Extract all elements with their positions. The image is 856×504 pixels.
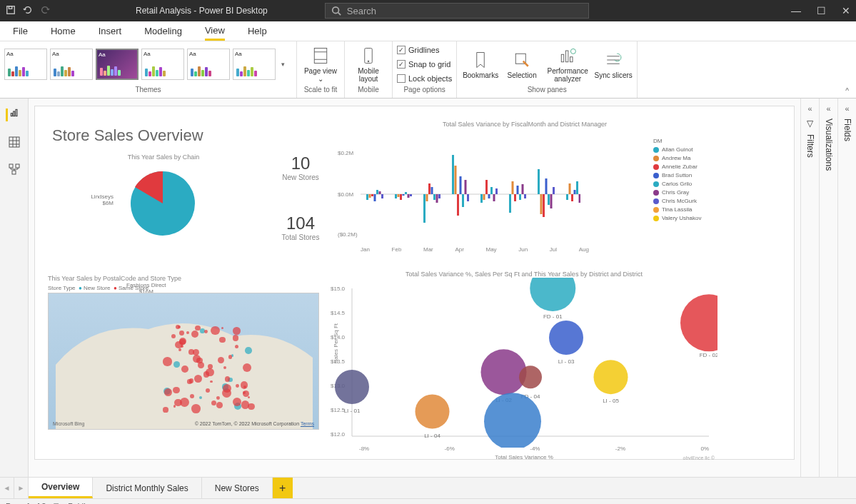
page-view-button[interactable]: Page view ⌄ — [301, 46, 340, 83]
data-view-button[interactable] — [8, 136, 21, 148]
fields-pane[interactable]: «Fields — [837, 99, 856, 477]
svg-rect-76 — [576, 181, 578, 194]
svg-rect-35 — [408, 194, 410, 198]
svg-rect-55 — [490, 187, 493, 194]
map-visual[interactable]: This Year Sales by PostalCode and Store … — [44, 275, 325, 449]
close-button[interactable]: ✕ — [842, 5, 850, 16]
svg-rect-59 — [512, 181, 514, 194]
svg-rect-17 — [12, 171, 16, 174]
bookmarks-button[interactable]: Bookmarks — [461, 50, 500, 79]
svg-rect-69 — [548, 194, 550, 205]
svg-text:Sales Per Sq Ft: Sales Per Sq Ft — [333, 323, 339, 363]
menu-modeling[interactable]: Modeling — [144, 23, 182, 39]
svg-rect-36 — [410, 194, 412, 196]
svg-rect-1 — [9, 6, 11, 9]
svg-rect-32 — [400, 194, 402, 200]
svg-rect-42 — [436, 194, 438, 203]
visualizations-pane[interactable]: «Visualizations — [819, 99, 837, 477]
svg-rect-73 — [569, 183, 571, 194]
tab-district[interactable]: District Monthly Sales — [93, 478, 201, 498]
menu-file[interactable]: File — [13, 23, 28, 39]
themes-dropdown[interactable]: ▾ — [278, 61, 287, 68]
svg-rect-29 — [381, 194, 383, 198]
report-page: Store Sales Overview This Year Sales by … — [34, 106, 795, 460]
workspace: Store Sales Overview This Year Sales by … — [0, 99, 856, 477]
svg-rect-70 — [550, 194, 553, 208]
svg-text:$14.5: $14.5 — [331, 310, 346, 316]
tab-overview[interactable]: Overview — [29, 478, 93, 498]
svg-rect-24 — [369, 194, 371, 198]
search-input[interactable]: Search — [325, 3, 589, 19]
svg-point-94 — [481, 349, 527, 395]
add-page-button[interactable]: + — [273, 478, 293, 498]
svg-rect-13 — [16, 109, 17, 116]
svg-rect-49 — [465, 180, 467, 194]
search-placeholder: Search — [347, 6, 376, 16]
svg-rect-40 — [431, 187, 433, 194]
svg-rect-9 — [570, 57, 573, 62]
save-icon[interactable] — [6, 5, 16, 17]
gridlines-checkbox[interactable]: ✓Gridlines — [397, 46, 439, 54]
undo-icon[interactable] — [23, 5, 33, 17]
svg-text:FD - 02: FD - 02 — [700, 352, 717, 358]
model-view-button[interactable] — [8, 163, 21, 176]
tab-newstores[interactable]: New Stores — [202, 478, 273, 498]
filters-pane[interactable]: «▽Filters — [800, 99, 819, 477]
sync-slicers-button[interactable]: Sync slicers — [594, 50, 633, 79]
report-view-button[interactable] — [6, 109, 19, 121]
menu-help[interactable]: Help — [248, 23, 267, 39]
svg-point-2 — [333, 7, 339, 14]
svg-rect-41 — [433, 194, 435, 200]
collapse-ribbon-button[interactable]: ^ — [838, 84, 856, 98]
scatter-visual[interactable]: Total Sales Variance %, Sales Per Sq Ft … — [331, 271, 717, 455]
svg-rect-68 — [545, 178, 548, 194]
sensitivity-icon[interactable]: ⛨ — [53, 502, 61, 505]
svg-text:$0.2M: $0.2M — [338, 150, 354, 156]
svg-rect-71 — [553, 187, 555, 194]
svg-rect-57 — [495, 188, 498, 194]
svg-rect-48 — [462, 194, 464, 207]
svg-rect-46 — [457, 194, 459, 216]
svg-point-102 — [416, 395, 450, 429]
snap-checkbox[interactable]: ✓Snap to grid — [397, 60, 450, 69]
tab-prev[interactable]: ◄ — [0, 478, 14, 498]
menu-insert[interactable]: Insert — [99, 23, 122, 39]
svg-rect-3 — [314, 49, 327, 64]
pie-visual[interactable]: This Year Sales by Chain Lindseys$6M Fas… — [78, 153, 249, 248]
svg-rect-54 — [488, 194, 490, 198]
page-indicator: Page 1 of 3 — [6, 502, 46, 505]
svg-rect-37 — [423, 194, 426, 223]
svg-text:LI - 04: LI - 04 — [424, 433, 440, 439]
menu-home[interactable]: Home — [51, 23, 76, 39]
status-bar: Page 1 of 3 ⛨ Public — [0, 498, 856, 504]
svg-rect-77 — [579, 194, 581, 203]
tab-next[interactable]: ► — [14, 478, 29, 498]
card-total-stores[interactable]: 104 Total Stores — [272, 213, 329, 241]
ribbon: Aa Aa Aa Aa Aa Aa ▾ Themes Page view ⌄ S… — [0, 41, 856, 99]
svg-rect-45 — [455, 166, 457, 194]
card-new-stores[interactable]: 10 New Stores — [272, 153, 329, 181]
bar-visual[interactable]: Total Sales Variance by FiscalMonth and … — [332, 121, 717, 256]
redo-icon[interactable] — [40, 5, 50, 17]
svg-text:LI - 03: LI - 03 — [558, 358, 575, 365]
svg-rect-52 — [483, 194, 485, 200]
mobile-layout-button[interactable]: Mobile layout — [349, 46, 388, 83]
menu-view[interactable]: View — [205, 22, 225, 41]
svg-point-104 — [484, 393, 541, 448]
themes-gallery[interactable]: Aa Aa Aa Aa Aa Aa ▾ — [4, 44, 292, 84]
svg-rect-16 — [16, 164, 19, 168]
svg-rect-58 — [509, 194, 511, 213]
page-tabs: ◄ ► Overview District Monthly Sales New … — [0, 477, 856, 498]
maximize-button[interactable]: ☐ — [817, 5, 826, 16]
lock-checkbox[interactable]: Lock objects — [397, 74, 452, 83]
svg-rect-75 — [574, 190, 576, 194]
svg-text:$12.0: $12.0 — [331, 431, 346, 438]
minimize-button[interactable]: — — [791, 5, 801, 16]
selection-button[interactable]: Selection — [503, 50, 541, 79]
svg-rect-0 — [7, 6, 15, 14]
svg-rect-23 — [366, 194, 368, 200]
svg-rect-53 — [485, 180, 488, 194]
performance-button[interactable]: Performance analyzer — [544, 46, 591, 83]
report-canvas[interactable]: Store Sales Overview This Year Sales by … — [29, 99, 800, 477]
svg-rect-31 — [398, 194, 400, 197]
